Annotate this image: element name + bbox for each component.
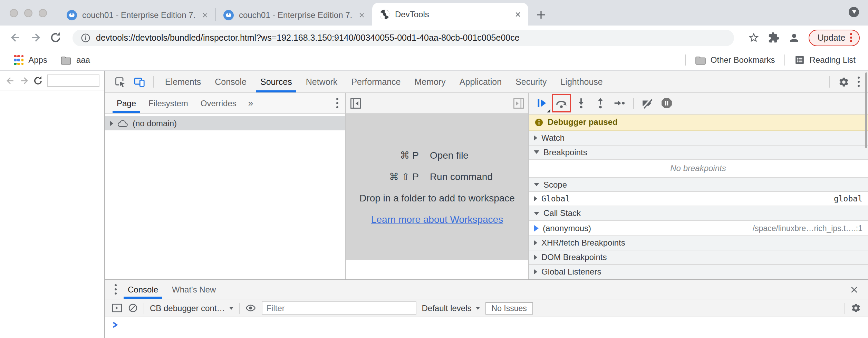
browser-tab-2[interactable]: couch01 - Enterprise Edition 7. xyxy=(216,4,372,26)
bookmark-folder-aaa[interactable]: aaa xyxy=(57,55,94,65)
extensions-icon[interactable] xyxy=(768,32,780,43)
step-out-button[interactable] xyxy=(595,98,606,109)
devtools-settings-button[interactable] xyxy=(834,71,853,92)
minimize-window-button[interactable] xyxy=(24,9,32,17)
frame-location[interactable]: /space/linuxbre…rich_ips.t….:1 xyxy=(753,224,862,232)
devtools-tab-security[interactable]: Security xyxy=(509,71,553,92)
scope-global-row[interactable]: Global global xyxy=(529,192,868,207)
kebab-icon xyxy=(336,98,338,108)
screencast-nav-bar xyxy=(0,71,104,90)
navigator-tab-overrides[interactable]: Overrides xyxy=(194,93,243,113)
bookmark-star-icon[interactable] xyxy=(748,32,760,43)
update-button[interactable]: Update xyxy=(809,29,860,46)
browser-tab-devtools[interactable]: DevTools xyxy=(372,3,528,26)
folder-icon xyxy=(61,56,71,64)
navigator-tab-page[interactable]: Page xyxy=(110,93,142,113)
navigator-tab-filesystem[interactable]: Filesystem xyxy=(142,93,194,113)
no-issues-badge[interactable]: No Issues xyxy=(485,302,533,314)
drawer-menu-button[interactable] xyxy=(110,280,121,299)
zoom-window-button[interactable] xyxy=(39,9,47,17)
console-settings-button[interactable] xyxy=(851,303,861,313)
new-tab-button[interactable] xyxy=(532,6,549,23)
devtools-tab-sources[interactable]: Sources xyxy=(253,71,299,92)
section-dom-breakpoints[interactable]: DOM Breakpoints xyxy=(529,250,868,265)
devtools-tab-network[interactable]: Network xyxy=(299,71,345,92)
kebab-icon xyxy=(858,77,860,87)
drawer-tab-whats-new[interactable]: What's New xyxy=(165,280,223,299)
close-drawer-button[interactable] xyxy=(846,280,862,299)
divider xyxy=(239,302,239,314)
console-context-selector[interactable]: CB debugger cont… xyxy=(150,303,233,313)
section-global-listeners[interactable]: Global Listeners xyxy=(529,265,868,279)
page-info-icon[interactable] xyxy=(81,33,90,42)
close-tab-icon[interactable] xyxy=(513,9,523,19)
tab-title-fade xyxy=(200,4,215,26)
step-into-button[interactable] xyxy=(575,98,587,109)
step-over-button[interactable] xyxy=(555,98,568,109)
live-expression-eye-icon[interactable] xyxy=(245,303,256,313)
devtools-menu-button[interactable] xyxy=(853,71,864,92)
browser-tab-1[interactable]: couch01 - Enterprise Edition 7. xyxy=(59,4,215,26)
console-sidebar-toggle-icon[interactable] xyxy=(112,303,122,313)
tree-item-no-domain[interactable]: (no domain) xyxy=(105,116,345,130)
expand-arrow-icon[interactable] xyxy=(110,120,113,126)
address-bar[interactable]: devtools://devtools/bundled/inspector.ht… xyxy=(73,29,734,46)
console-output[interactable] xyxy=(105,317,868,338)
devtools-tab-console[interactable]: Console xyxy=(208,71,253,92)
section-watch[interactable]: Watch xyxy=(529,131,868,146)
screencast-url-input[interactable] xyxy=(47,74,99,87)
gear-icon xyxy=(838,76,849,87)
scrollbar[interactable] xyxy=(865,72,867,148)
tab-search-dropdown-button[interactable] xyxy=(849,7,859,17)
browser-menu-icon[interactable] xyxy=(850,33,852,42)
workspaces-link[interactable]: Learn more about Workspaces xyxy=(371,213,503,225)
device-toolbar-button[interactable] xyxy=(130,71,149,92)
more-tabs-button[interactable]: » xyxy=(243,93,259,113)
reading-list-button[interactable]: Reading List xyxy=(791,55,860,65)
step-button[interactable] xyxy=(614,98,626,109)
profile-avatar[interactable] xyxy=(788,31,800,44)
inspect-element-button[interactable] xyxy=(110,71,130,92)
devtools-tab-application[interactable]: Application xyxy=(453,71,509,92)
devtools-tab-elements[interactable]: Elements xyxy=(158,71,208,92)
debugger-paused-label: Debugger paused xyxy=(548,118,618,127)
bookmark-apps[interactable]: Apps xyxy=(10,55,51,65)
clear-console-icon[interactable] xyxy=(128,303,138,313)
log-levels-selector[interactable]: Default levels xyxy=(422,303,480,313)
other-bookmarks-button[interactable]: Other Bookmarks xyxy=(691,55,779,65)
window-controls[interactable] xyxy=(0,0,59,26)
collapse-navigator-icon[interactable] xyxy=(350,98,361,109)
console-toolbar: CB debugger cont… Default levels No Issu… xyxy=(105,299,868,317)
divider xyxy=(829,76,830,88)
resume-button[interactable] xyxy=(536,98,548,109)
back-button[interactable] xyxy=(10,32,21,43)
section-call-stack[interactable]: Call Stack xyxy=(529,207,868,221)
expand-arrow-icon xyxy=(534,240,537,246)
forward-button[interactable] xyxy=(30,32,41,43)
section-xhr-breakpoints[interactable]: XHR/fetch Breakpoints xyxy=(529,236,868,250)
reload-button[interactable] xyxy=(50,32,61,43)
pause-on-exceptions-button[interactable] xyxy=(661,98,673,109)
section-label: Scope xyxy=(543,180,567,189)
section-breakpoints[interactable]: Breakpoints xyxy=(529,145,868,160)
devtools-tab-performance[interactable]: Performance xyxy=(344,71,407,92)
close-window-button[interactable] xyxy=(10,9,18,17)
tree-item-label: (no domain) xyxy=(133,118,177,128)
screencast-back-button[interactable] xyxy=(6,76,15,85)
collapse-debugger-icon[interactable] xyxy=(513,98,524,109)
screencast-reload-button[interactable] xyxy=(33,76,43,85)
tab-title-fade xyxy=(357,4,372,26)
devtools-tab-memory[interactable]: Memory xyxy=(408,71,453,92)
navigator-menu-button[interactable] xyxy=(329,93,345,113)
deactivate-breakpoints-button[interactable] xyxy=(642,98,653,109)
devtools-toolbar-right xyxy=(825,71,868,92)
call-stack-frame[interactable]: (anonymous) /space/linuxbre…rich_ips.t….… xyxy=(529,221,868,236)
drawer-tab-console[interactable]: Console xyxy=(121,280,165,299)
devtools-tab-lighthouse[interactable]: Lighthouse xyxy=(553,71,609,92)
screencast-forward-button[interactable] xyxy=(19,76,29,85)
step-over-icon xyxy=(555,98,568,109)
section-label: DOM Breakpoints xyxy=(541,252,607,262)
sources-editor: ⌘ P Open file ⌘ ⇧ P Run command Drop in … xyxy=(346,93,529,279)
section-scope[interactable]: Scope xyxy=(529,178,868,192)
console-filter-input[interactable] xyxy=(261,301,416,315)
